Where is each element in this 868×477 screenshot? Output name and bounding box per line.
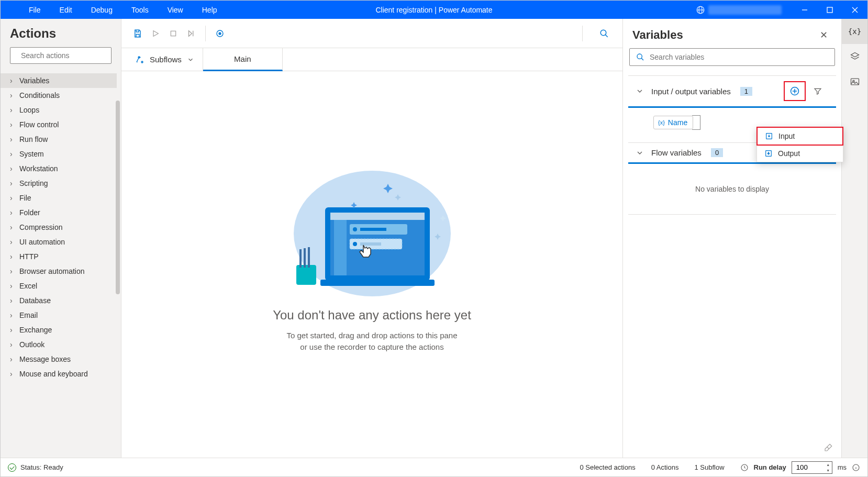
- variable-x-icon: {x}: [658, 119, 665, 126]
- empty-title: You don't have any actions here yet: [273, 308, 471, 323]
- rail-variables[interactable]: {x}: [842, 19, 868, 44]
- action-group-message-boxes[interactable]: ›Message boxes: [1, 352, 117, 367]
- action-group-conditionals[interactable]: ›Conditionals: [1, 88, 117, 103]
- tab-main[interactable]: Main: [203, 48, 283, 71]
- minimize-button[interactable]: [792, 1, 817, 19]
- spinner-down[interactable]: ▼: [825, 468, 832, 473]
- tab-strip: Subflows Main: [121, 48, 622, 71]
- variable-chip-name[interactable]: {x} Name: [653, 116, 693, 129]
- action-group-compression[interactable]: ›Compression: [1, 220, 117, 235]
- stop-button[interactable]: [164, 25, 182, 42]
- window-title: Client registration | Power Automate: [375, 6, 492, 14]
- actions-search-input[interactable]: [21, 51, 113, 60]
- svg-rect-17: [320, 280, 435, 286]
- svg-point-26: [637, 54, 642, 59]
- svg-rect-14: [308, 247, 310, 268]
- rail-ui-elements[interactable]: [842, 44, 868, 69]
- status-selected: 0 Selected actions: [580, 463, 635, 471]
- action-group-label: HTTP: [19, 252, 39, 261]
- tab-main-label: Main: [234, 54, 251, 63]
- flow-variables-empty: No variables to display: [628, 164, 836, 215]
- image-icon: [850, 76, 860, 87]
- info-icon[interactable]: [852, 463, 860, 472]
- svg-rect-19: [334, 220, 347, 275]
- action-group-label: Flow control: [19, 120, 59, 129]
- action-group-flow-control[interactable]: ›Flow control: [1, 117, 117, 132]
- empty-line1: To get started, drag and drop actions to…: [286, 331, 457, 340]
- flow-canvas[interactable]: You don't have any actions here yet To g…: [121, 71, 622, 458]
- io-variables-title: Input / output variables: [651, 87, 731, 96]
- menu-file[interactable]: File: [21, 3, 48, 17]
- action-group-label: Variables: [19, 76, 49, 85]
- action-group-workstation[interactable]: ›Workstation: [1, 161, 117, 176]
- io-variables-header[interactable]: Input / output variables 1: [628, 76, 836, 108]
- record-icon: [215, 29, 225, 38]
- action-group-run-flow[interactable]: ›Run flow: [1, 132, 117, 147]
- variables-icon: {x}: [848, 27, 861, 36]
- spinner-up[interactable]: ▲: [825, 462, 832, 468]
- action-group-outlook[interactable]: ›Outlook: [1, 337, 117, 352]
- chevron-down-icon: [187, 56, 194, 63]
- flow-variables-count: 0: [711, 148, 723, 157]
- step-icon: [186, 29, 196, 38]
- svg-point-7: [600, 30, 606, 36]
- status-ok-icon: [8, 463, 16, 472]
- scrollbar[interactable]: [116, 101, 120, 294]
- action-group-scripting[interactable]: ›Scripting: [1, 176, 117, 191]
- action-group-system[interactable]: ›System: [1, 147, 117, 161]
- action-group-exchange[interactable]: ›Exchange: [1, 323, 117, 337]
- globe-icon: [696, 5, 705, 15]
- action-group-browser-automation[interactable]: ›Browser automation: [1, 264, 117, 279]
- run-button[interactable]: [147, 25, 164, 42]
- action-group-mouse-keyboard[interactable]: ›Mouse and keyboard: [1, 367, 117, 381]
- actions-list[interactable]: ›Variables ›Conditionals ›Loops ›Flow co…: [1, 71, 121, 458]
- variables-search[interactable]: [629, 48, 835, 66]
- menu-help[interactable]: Help: [195, 3, 225, 17]
- save-button[interactable]: [129, 25, 147, 42]
- svg-point-24: [353, 242, 357, 246]
- action-group-variables[interactable]: ›Variables: [1, 73, 117, 88]
- add-input-variable[interactable]: Input: [756, 127, 843, 146]
- action-group-file[interactable]: ›File: [1, 191, 117, 205]
- variables-search-input[interactable]: [650, 53, 828, 61]
- svg-rect-13: [304, 248, 306, 268]
- action-group-ui-automation[interactable]: ›UI automation: [1, 235, 117, 249]
- subflows-dropdown[interactable]: Subflows: [127, 48, 203, 71]
- clear-button[interactable]: [824, 443, 833, 452]
- action-group-label: Folder: [19, 208, 40, 217]
- input-icon: [765, 132, 773, 140]
- toolbar: [121, 19, 622, 48]
- environment-indicator[interactable]: [696, 5, 782, 15]
- add-io-variable-button[interactable]: [784, 81, 806, 101]
- close-variables-button[interactable]: ✕: [816, 27, 832, 43]
- menu-view[interactable]: View: [160, 3, 191, 17]
- action-group-http[interactable]: ›HTTP: [1, 249, 117, 264]
- svg-point-21: [353, 227, 357, 231]
- close-button[interactable]: [842, 1, 867, 19]
- menu-edit[interactable]: Edit: [52, 3, 80, 17]
- add-variable-menu: Input Output: [756, 127, 843, 162]
- record-button[interactable]: [211, 25, 229, 42]
- actions-search[interactable]: [10, 47, 112, 64]
- action-group-loops[interactable]: ›Loops: [1, 103, 117, 117]
- add-output-variable[interactable]: Output: [757, 145, 843, 162]
- center-workspace: Subflows Main: [121, 19, 622, 458]
- action-group-label: Browser automation: [19, 267, 85, 275]
- eraser-icon: [824, 443, 833, 452]
- action-group-excel[interactable]: ›Excel: [1, 279, 117, 293]
- search-button[interactable]: [595, 25, 613, 42]
- action-group-email[interactable]: ›Email: [1, 308, 117, 323]
- step-button[interactable]: [182, 25, 200, 42]
- maximize-button[interactable]: [817, 1, 842, 19]
- io-variables-count: 1: [740, 87, 752, 96]
- action-group-label: Loops: [19, 106, 39, 114]
- action-group-label: File: [19, 194, 31, 202]
- action-group-label: Mouse and keyboard: [19, 370, 88, 378]
- action-group-label: Exchange: [19, 326, 52, 334]
- rail-images[interactable]: [842, 69, 868, 94]
- filter-io-variables-button[interactable]: [807, 81, 829, 101]
- action-group-database[interactable]: ›Database: [1, 293, 117, 308]
- menu-tools[interactable]: Tools: [124, 3, 156, 17]
- action-group-folder[interactable]: ›Folder: [1, 205, 117, 220]
- menu-debug[interactable]: Debug: [84, 3, 120, 17]
